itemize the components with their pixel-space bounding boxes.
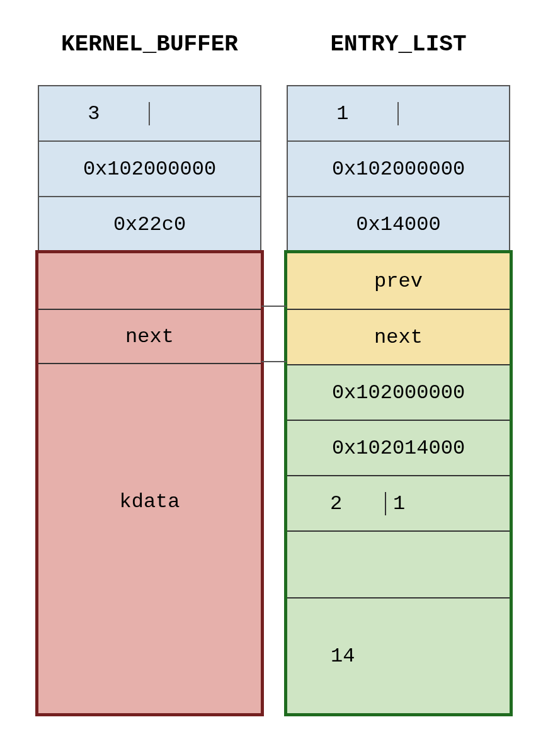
el-small-a: 2 [287, 492, 385, 515]
right-header-split: 1 [287, 85, 510, 142]
left-header-count: 3 [39, 102, 150, 125]
right-header-count: 1 [288, 102, 399, 125]
el-empty [287, 530, 510, 597]
el-prev: prev [287, 253, 510, 309]
el-last-val: 14 [287, 644, 399, 668]
title-kernel-buffer: KERNEL_BUFFER [38, 32, 261, 57]
connector-line-2 [261, 361, 287, 362]
kb-row-blank [38, 253, 261, 309]
el-last-row: 14 [287, 597, 510, 713]
el-val2: 0x102014000 [287, 420, 510, 475]
title-entry-list: ENTRY_LIST [287, 32, 510, 57]
right-addr2: 0x14000 [287, 196, 510, 253]
entry-list-body: prev next 0x102000000 0x102014000 2 1 14 [284, 250, 513, 716]
left-addr2: 0x22c0 [38, 196, 261, 253]
kernel-buffer-body: next kdata [35, 250, 264, 716]
el-val1: 0x102000000 [287, 364, 510, 420]
left-header-split: 3 [38, 85, 261, 142]
el-next: next [287, 309, 510, 364]
left-addr1: 0x102000000 [38, 140, 261, 197]
right-addr1: 0x102000000 [287, 140, 510, 197]
left-column: 3 0x102000000 0x22c0 [38, 85, 261, 253]
kb-row-next: next [38, 309, 261, 364]
connector-line-1 [261, 306, 287, 307]
el-small-b: 1 [385, 492, 411, 515]
el-small-row: 2 1 [287, 475, 510, 530]
right-column: 1 0x102000000 0x14000 [287, 85, 510, 253]
kb-row-kdata: kdata [38, 365, 261, 713]
